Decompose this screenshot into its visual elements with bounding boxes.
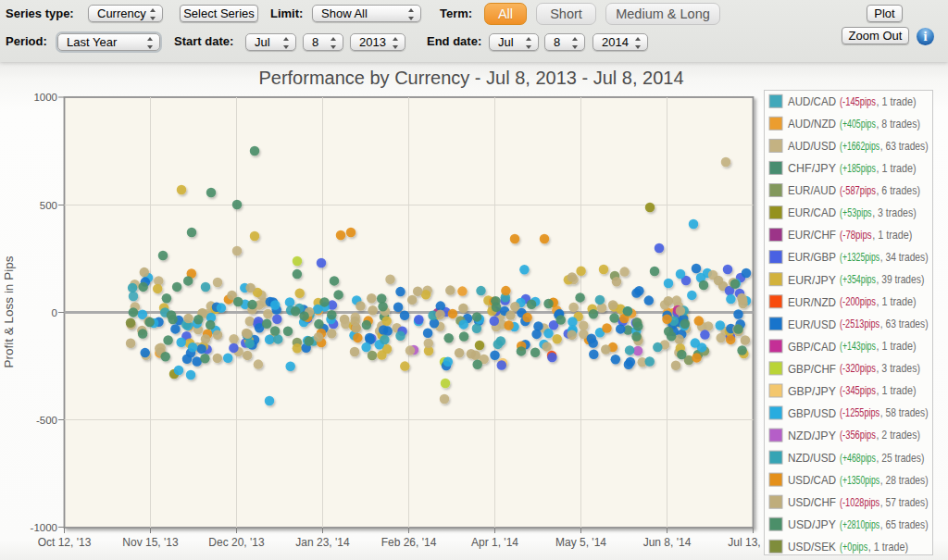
svg-text:(-200pips: (-200pips (840, 295, 876, 308)
svg-text:, 63 trades): , 63 trades) (880, 140, 929, 153)
svg-text:Performance by Currency - Jul: Performance by Currency - Jul 8, 2013 - … (258, 68, 683, 88)
svg-text:Feb 26, '14: Feb 26, '14 (381, 536, 437, 549)
svg-text:EUR/AUD: EUR/AUD (788, 183, 836, 197)
svg-text:, 65 trades): , 65 trades) (880, 518, 929, 531)
svg-text:(-1255pips: (-1255pips (840, 406, 879, 419)
svg-text:AUD/CAD: AUD/CAD (788, 94, 836, 108)
svg-text:USD/CAD: USD/CAD (788, 473, 836, 487)
svg-text:AUD/NZD: AUD/NZD (788, 117, 836, 131)
svg-text:, 63 trades): , 63 trades) (880, 317, 929, 330)
svg-text:(-356pips: (-356pips (840, 429, 876, 442)
svg-text:(-78pips: (-78pips (840, 229, 872, 242)
svg-text:EUR/USD: EUR/USD (788, 317, 836, 331)
svg-text:Jan 23, '14: Jan 23, '14 (295, 536, 350, 549)
svg-text:, 3 trades): , 3 trades) (877, 362, 921, 375)
svg-text:NZD/JPY: NZD/JPY (788, 429, 836, 442)
svg-text:GBP/JPY: GBP/JPY (788, 384, 836, 398)
svg-text:(-587pips: (-587pips (840, 184, 876, 197)
svg-text:GBP/CHF: GBP/CHF (788, 362, 836, 376)
svg-text:EUR/JPY: EUR/JPY (788, 273, 836, 287)
svg-text:(-345pips: (-345pips (840, 384, 876, 397)
svg-text:USD/SEK: USD/SEK (788, 540, 836, 554)
svg-text:(+405pips: (+405pips (840, 118, 876, 131)
svg-text:Profit & Loss in Pips: Profit & Loss in Pips (2, 255, 16, 367)
svg-text:, 57 trades): , 57 trades) (880, 496, 929, 509)
svg-text:(+0pips: (+0pips (840, 541, 867, 554)
svg-text:GBP/USD: GBP/USD (788, 406, 836, 420)
svg-text:, 6 trades): , 6 trades) (877, 184, 921, 197)
svg-text:, 39 trades): , 39 trades) (877, 273, 925, 286)
svg-text:, 8 trades): , 8 trades) (877, 118, 921, 131)
svg-text:(+1325pips: (+1325pips (840, 251, 879, 264)
svg-text:EUR/CAD: EUR/CAD (788, 205, 836, 219)
svg-text:(-1028pips: (-1028pips (840, 496, 879, 509)
svg-text:-500: -500 (36, 415, 57, 426)
svg-text:Apr 1, '14: Apr 1, '14 (471, 536, 518, 549)
svg-text:Jun 8, '14: Jun 8, '14 (643, 536, 692, 549)
svg-text:, 28 trades): , 28 trades) (880, 474, 929, 487)
svg-text:(-320pips: (-320pips (840, 362, 876, 375)
svg-text:, 1 trade): , 1 trade) (868, 541, 908, 554)
svg-text:, 34 trades): , 34 trades) (880, 251, 929, 264)
svg-text:GBP/CAD: GBP/CAD (788, 340, 836, 354)
svg-text:1000: 1000 (33, 92, 57, 103)
svg-text:(+2810pips: (+2810pips (840, 518, 879, 531)
svg-text:EUR/NZD: EUR/NZD (788, 295, 836, 309)
svg-text:Nov 15, '13: Nov 15, '13 (122, 536, 179, 549)
svg-text:May 5, '14: May 5, '14 (555, 536, 606, 549)
svg-text:NZD/USD: NZD/USD (788, 451, 836, 465)
svg-text:(-2513pips: (-2513pips (840, 317, 879, 330)
svg-text:, 3 trades): , 3 trades) (872, 206, 917, 219)
svg-text:, 25 trades): , 25 trades) (877, 452, 925, 465)
svg-text:0: 0 (52, 307, 57, 318)
svg-text:, 1 trade): , 1 trade) (877, 384, 917, 397)
svg-text:, 1 trade): , 1 trade) (872, 229, 912, 242)
svg-text:CHF/JPY: CHF/JPY (788, 161, 836, 175)
svg-text:Oct 12, '13: Oct 12, '13 (38, 536, 92, 549)
svg-text:500: 500 (40, 200, 57, 211)
svg-text:AUD/USD: AUD/USD (788, 139, 836, 153)
svg-text:(+185pips: (+185pips (840, 162, 876, 175)
svg-text:, 1 trade): , 1 trade) (877, 295, 917, 308)
svg-text:(+1350pips: (+1350pips (840, 474, 879, 487)
svg-text:Dec 20, '13: Dec 20, '13 (208, 536, 265, 549)
svg-text:EUR/GBP: EUR/GBP (788, 250, 836, 264)
svg-text:, 2 trades): , 2 trades) (877, 429, 921, 442)
svg-text:, 58 trades): , 58 trades) (880, 406, 929, 419)
svg-text:, 1 trade): , 1 trade) (877, 162, 917, 175)
svg-text:(-145pips: (-145pips (840, 95, 876, 108)
svg-text:, 1 trade): , 1 trade) (877, 95, 917, 108)
svg-text:(+468pips: (+468pips (840, 452, 876, 465)
svg-text:USD/JPY: USD/JPY (788, 517, 836, 531)
svg-text:(+1662pips: (+1662pips (840, 140, 879, 153)
svg-text:EUR/CHF: EUR/CHF (788, 228, 836, 242)
svg-text:-1000: -1000 (31, 522, 57, 533)
svg-text:, 1 trade): , 1 trade) (877, 340, 917, 353)
svg-text:(+143pips: (+143pips (840, 340, 876, 353)
svg-text:(+354pips: (+354pips (840, 273, 876, 286)
svg-text:(+53pips: (+53pips (840, 206, 872, 219)
svg-text:USD/CHF: USD/CHF (788, 495, 836, 509)
